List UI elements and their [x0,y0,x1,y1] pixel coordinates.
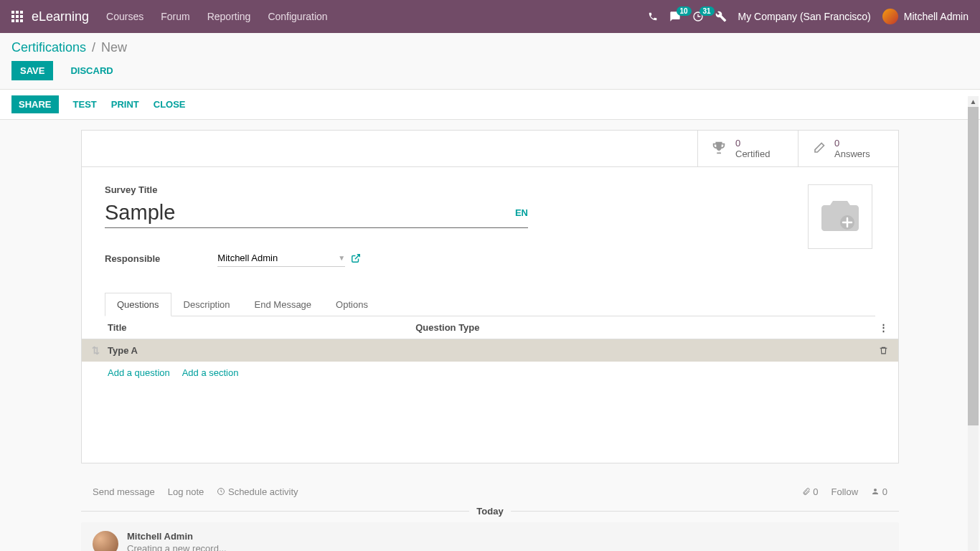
messages-badge: 10 [677,6,692,16]
table-section-row[interactable]: ⇅ Type A [82,339,898,362]
user-name: Mitchell Admin [904,11,969,22]
responsible-input[interactable] [217,250,338,266]
print-button[interactable]: PRINT [111,99,139,110]
survey-title-input[interactable] [105,198,509,227]
menu-courses[interactable]: Courses [106,11,143,22]
message-body: Creating a new record... [127,543,227,551]
main-menu: Courses Forum Reporting Configuration [106,11,328,22]
col-question-type: Question Type [408,316,872,339]
phone-icon[interactable] [648,11,658,22]
svg-rect-3 [11,15,14,18]
stat-answers[interactable]: 0 Answers [798,131,898,166]
chatter-date-separator: Today [476,506,503,517]
menu-configuration[interactable]: Configuration [268,11,327,22]
log-note-button[interactable]: Log note [168,486,204,497]
menu-forum[interactable]: Forum [161,11,189,22]
close-button[interactable]: CLOSE [154,99,186,110]
svg-rect-8 [20,19,23,22]
responsible-label: Responsible [105,253,160,264]
chatter-message: Mitchell Admin Creating a new record... [81,522,899,551]
form-tabs: Questions Description End Message Option… [105,293,875,316]
test-button[interactable]: TEST [73,99,97,110]
stat-certified-label: Certified [735,149,770,159]
add-section-link[interactable]: Add a section [182,367,239,378]
user-avatar-icon [882,9,898,24]
message-avatar-icon [93,531,118,551]
follow-button[interactable]: Follow [831,486,859,497]
followers-count[interactable]: 0 [871,486,887,497]
external-link-icon[interactable] [351,253,361,263]
breadcrumb-separator: / [92,40,95,55]
svg-rect-6 [11,19,14,22]
record-form: 0 Certified 0 Answers Survey Title EN [81,130,899,463]
activities-icon[interactable]: 31 [692,11,704,22]
form-actions: SAVE DISCARD [0,58,980,89]
subaction-bar: SHARE TEST PRINT CLOSE [0,89,980,120]
tab-end-message[interactable]: End Message [242,293,324,316]
table-overflow-menu-icon[interactable]: ⋮ [872,316,898,339]
share-button[interactable]: SHARE [11,95,59,113]
stat-answers-label: Answers [834,149,870,159]
schedule-activity-button[interactable]: Schedule activity [217,486,298,497]
message-author: Mitchell Admin [127,531,227,542]
activities-badge: 31 [699,6,715,16]
tab-questions[interactable]: Questions [105,293,171,316]
send-message-button[interactable]: Send message [93,486,155,497]
svg-rect-7 [16,19,19,22]
stat-buttons: 0 Certified 0 Answers [82,131,898,167]
language-toggle[interactable]: EN [515,207,528,218]
tab-description[interactable]: Description [171,293,242,316]
pencil-icon [811,141,826,156]
scrollbar-thumb[interactable] [968,107,979,425]
drag-handle-icon[interactable]: ⇅ [88,345,104,356]
trash-icon[interactable] [879,346,888,355]
questions-panel: Title Question Type ⋮ ⇅ Type A [82,316,898,463]
image-upload[interactable] [808,184,872,249]
tools-icon[interactable] [715,11,727,22]
messages-icon[interactable]: 10 [669,11,681,22]
add-question-link[interactable]: Add a question [108,367,170,378]
section-title: Type A [108,345,138,356]
save-button[interactable]: SAVE [11,61,53,80]
app-brand[interactable]: eLearning [32,9,89,24]
chatter: Send message Log note Schedule activity … [81,478,899,551]
add-links-row: Add a question Add a section [82,362,898,384]
user-menu[interactable]: Mitchell Admin [882,9,969,24]
svg-rect-1 [16,11,19,14]
tab-options[interactable]: Options [324,293,380,316]
top-nav: eLearning Courses Forum Reporting Config… [0,0,980,33]
attachments-count[interactable]: 0 [802,486,819,497]
stat-answers-count: 0 [834,138,870,149]
svg-rect-5 [20,15,23,18]
col-title: Title [82,316,408,339]
trophy-icon [711,141,727,156]
chevron-down-icon[interactable]: ▼ [338,254,345,262]
company-selector[interactable]: My Company (San Francisco) [738,11,871,22]
breadcrumb-parent[interactable]: Certifications [11,40,86,55]
stat-certified-count: 0 [735,138,770,149]
discard-button[interactable]: DISCARD [62,61,121,80]
svg-rect-0 [11,11,14,14]
breadcrumb: Certifications / New [0,33,980,58]
svg-rect-2 [20,11,23,14]
breadcrumb-current: New [101,40,127,55]
apps-grid-icon[interactable] [11,11,23,22]
survey-title-label: Survey Title [105,184,791,195]
menu-reporting[interactable]: Reporting [207,11,251,22]
svg-rect-4 [16,15,19,18]
scroll-up-icon[interactable]: ▲ [968,96,979,107]
stat-certified[interactable]: 0 Certified [697,131,798,166]
scrollbar[interactable]: ▲ [968,96,979,551]
